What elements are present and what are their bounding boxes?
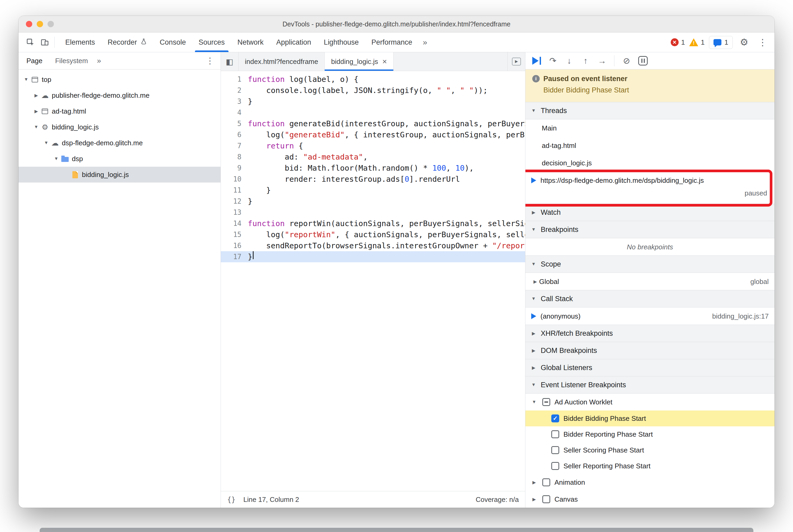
line-number[interactable]: 6 xyxy=(221,129,248,140)
line-number[interactable]: 9 xyxy=(221,163,248,174)
line-number[interactable]: 16 xyxy=(221,240,248,251)
tree-item[interactable]: ▼top xyxy=(18,72,221,88)
deactivate-breakpoints-button[interactable]: ⊘ xyxy=(620,54,634,68)
code-line[interactable]: 4 xyxy=(221,107,525,118)
issues-button[interactable]: 1 xyxy=(709,36,733,49)
breakpoints-section-header[interactable]: ▼ Breakpoints xyxy=(525,221,775,238)
thread-item[interactable]: https://dsp-fledge-demo.glitch.me/dsp/bi… xyxy=(525,172,775,189)
tab-console[interactable]: Console xyxy=(153,33,192,52)
line-number[interactable]: 11 xyxy=(221,185,248,196)
checkbox[interactable] xyxy=(542,495,550,503)
tree-item[interactable]: bidding_logic.js xyxy=(18,167,221,183)
code-line[interactable]: 6 log("generateBid", { interestGroup, au… xyxy=(221,129,525,140)
tree-item[interactable]: ▼dsp xyxy=(18,151,221,167)
errors-badge[interactable]: × 1 xyxy=(671,38,685,46)
navigator-toggle-icon[interactable]: ◧ xyxy=(221,52,239,71)
step-into-button[interactable]: ↓ xyxy=(562,54,576,68)
inspect-element-icon[interactable] xyxy=(23,35,38,50)
tab-network[interactable]: Network xyxy=(231,33,270,52)
dom-breakpoints-section-header[interactable]: ▶ DOM Breakpoints xyxy=(525,342,775,359)
line-number[interactable]: 17 xyxy=(221,251,248,262)
global-listeners-section-header[interactable]: ▶ Global Listeners xyxy=(525,359,775,376)
twisty-icon[interactable]: ▶ xyxy=(32,93,40,98)
tree-item[interactable]: ▶ad-tag.html xyxy=(18,103,221,119)
tab-performance[interactable]: Performance xyxy=(365,33,419,52)
elb-item[interactable]: Seller Scoring Phase Start xyxy=(525,442,775,458)
code-line[interactable]: 5function generateBid(interestGroup, auc… xyxy=(221,118,525,129)
scope-section-header[interactable]: ▼ Scope xyxy=(525,255,775,273)
code-line[interactable]: 10 render: interestGroup.ads[0].renderUr… xyxy=(221,174,525,185)
watch-section-header[interactable]: ▶ Watch xyxy=(525,204,775,221)
thread-item[interactable]: Main xyxy=(525,119,775,137)
thread-item[interactable]: decision_logic.js xyxy=(525,154,775,172)
line-number[interactable]: 10 xyxy=(221,174,248,185)
line-number[interactable]: 5 xyxy=(221,118,248,129)
line-number[interactable]: 14 xyxy=(221,218,248,229)
elb-item[interactable]: Bidder Reporting Phase Start xyxy=(525,426,775,442)
navigator-kebab-icon[interactable]: ⋮ xyxy=(201,56,219,66)
editor-tab[interactable]: bidding_logic.js× xyxy=(325,52,393,71)
checkbox[interactable]: ✓ xyxy=(551,415,559,422)
editor-overflow-icon[interactable]: ▸ xyxy=(507,52,525,71)
tree-item[interactable]: ▼☁dsp-fledge-demo.glitch.me xyxy=(18,135,221,151)
code-line[interactable]: 16 sendReportTo(browserSignals.interestG… xyxy=(221,240,525,251)
line-number[interactable]: 13 xyxy=(221,207,248,218)
minimize-window-button[interactable] xyxy=(37,21,43,27)
thread-item[interactable]: ad-tag.html xyxy=(525,137,775,154)
line-number[interactable]: 2 xyxy=(221,85,248,96)
checkbox[interactable] xyxy=(551,446,559,454)
scope-item[interactable]: ▶Globalglobal xyxy=(525,273,775,290)
warnings-badge[interactable]: ! 1 xyxy=(689,38,704,46)
code-editor[interactable]: 1function log(label, o) {2 console.log(l… xyxy=(221,71,525,491)
twisty-icon[interactable]: ▶ xyxy=(531,279,539,284)
line-number[interactable]: 12 xyxy=(221,196,248,207)
checkbox[interactable] xyxy=(542,398,550,406)
tab-lighthouse[interactable]: Lighthouse xyxy=(318,33,365,52)
twisty-icon[interactable]: ▼ xyxy=(32,125,40,130)
elb-item[interactable]: ✓Bidder Bidding Phase Start xyxy=(525,411,775,426)
tab-recorder[interactable]: Recorder xyxy=(101,33,153,52)
checkbox[interactable] xyxy=(551,430,559,438)
checkbox[interactable] xyxy=(542,478,550,486)
step-out-button[interactable]: ↑ xyxy=(579,54,592,68)
line-number[interactable]: 7 xyxy=(221,140,248,151)
tab-elements[interactable]: Elements xyxy=(59,33,101,52)
code-line[interactable]: 1function log(label, o) { xyxy=(221,74,525,85)
step-over-button[interactable]: ↷ xyxy=(546,54,560,68)
zoom-window-button[interactable] xyxy=(48,21,54,27)
resume-button[interactable] xyxy=(530,54,543,68)
code-line[interactable]: 17} xyxy=(221,251,525,262)
code-line[interactable]: 2 console.log(label, JSON.stringify(o, "… xyxy=(221,85,525,96)
line-number[interactable]: 3 xyxy=(221,96,248,107)
pause-on-exceptions-button[interactable] xyxy=(636,54,650,68)
twisty-icon[interactable]: ▶ xyxy=(530,480,538,485)
line-number[interactable]: 1 xyxy=(221,74,248,85)
line-number[interactable]: 15 xyxy=(221,229,248,240)
line-number[interactable]: 8 xyxy=(221,151,248,163)
tab-filesystem[interactable]: Filesystem xyxy=(49,52,94,69)
settings-gear-icon[interactable]: ⚙ xyxy=(737,35,751,50)
checkbox[interactable] xyxy=(551,462,559,470)
twisty-icon[interactable]: ▼ xyxy=(22,77,30,82)
tree-item[interactable]: ▼⚙bidding_logic.js xyxy=(18,119,221,135)
elb-group[interactable]: ▶Animation xyxy=(525,474,775,491)
xhr-breakpoints-section-header[interactable]: ▶ XHR/fetch Breakpoints xyxy=(525,325,775,342)
code-line[interactable]: 7 return { xyxy=(221,140,525,151)
device-toolbar-icon[interactable] xyxy=(38,35,52,50)
elb-group[interactable]: ▼Ad Auction Worklet xyxy=(525,394,775,411)
call-stack-section-header[interactable]: ▼ Call Stack xyxy=(525,290,775,307)
tab-application[interactable]: Application xyxy=(270,33,318,52)
code-line[interactable]: 14function reportWin(auctionSignals, per… xyxy=(221,218,525,229)
code-line[interactable]: 12} xyxy=(221,196,525,207)
code-line[interactable]: 13 xyxy=(221,207,525,218)
close-icon[interactable]: × xyxy=(382,58,387,65)
call-stack-frame[interactable]: (anonymous)bidding_logic.js:17 xyxy=(525,307,775,325)
tree-item[interactable]: ▶☁publisher-fledge-demo.glitch.me xyxy=(18,88,221,103)
more-navigator-tabs-button[interactable]: » xyxy=(94,57,104,65)
twisty-icon[interactable]: ▶ xyxy=(32,109,40,114)
close-window-button[interactable] xyxy=(26,21,32,27)
twisty-icon[interactable]: ▼ xyxy=(52,156,60,162)
code-line[interactable]: 8 ad: "ad-metadata", xyxy=(221,151,525,163)
pretty-print-icon[interactable]: {} xyxy=(227,496,235,504)
event-listener-breakpoints-section-header[interactable]: ▼ Event Listener Breakpoints xyxy=(525,376,775,394)
